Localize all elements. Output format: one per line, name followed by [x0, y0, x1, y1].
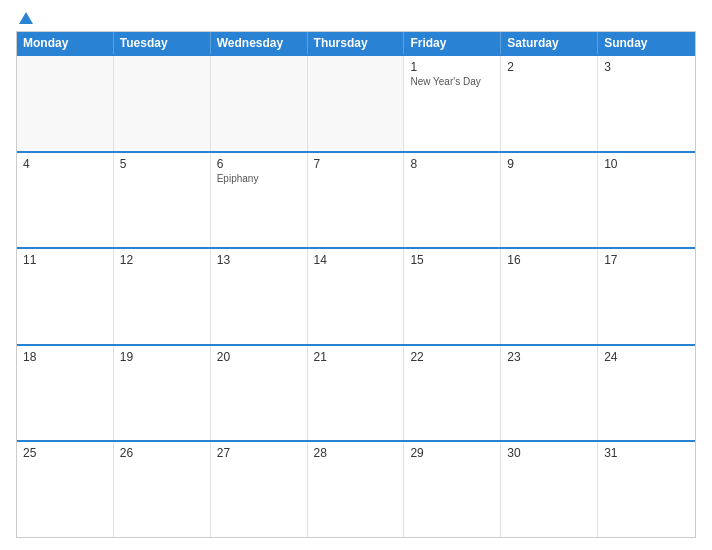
day-number: 28 [314, 446, 398, 460]
day-number: 5 [120, 157, 204, 171]
day-number: 12 [120, 253, 204, 267]
day-number: 27 [217, 446, 301, 460]
week-row-5: 25262728293031 [17, 440, 695, 537]
week-row-4: 18192021222324 [17, 344, 695, 441]
day-cell [114, 56, 211, 151]
day-number: 10 [604, 157, 689, 171]
holiday-label: New Year's Day [410, 76, 494, 87]
day-cell: 9 [501, 153, 598, 248]
day-number: 19 [120, 350, 204, 364]
day-number: 25 [23, 446, 107, 460]
logo-blue-text [16, 12, 33, 25]
day-number: 15 [410, 253, 494, 267]
day-cell: 26 [114, 442, 211, 537]
day-header-friday: Friday [404, 32, 501, 54]
logo-triangle-icon [19, 12, 33, 24]
day-cell: 30 [501, 442, 598, 537]
day-number: 9 [507, 157, 591, 171]
day-number: 1 [410, 60, 494, 74]
day-cell: 1New Year's Day [404, 56, 501, 151]
day-cell: 13 [211, 249, 308, 344]
day-header-tuesday: Tuesday [114, 32, 211, 54]
day-cell: 28 [308, 442, 405, 537]
day-cell: 21 [308, 346, 405, 441]
day-number: 26 [120, 446, 204, 460]
day-number: 2 [507, 60, 591, 74]
day-number: 22 [410, 350, 494, 364]
day-number: 29 [410, 446, 494, 460]
day-cell: 12 [114, 249, 211, 344]
day-header-monday: Monday [17, 32, 114, 54]
day-cell: 24 [598, 346, 695, 441]
day-cell: 11 [17, 249, 114, 344]
day-cell: 2 [501, 56, 598, 151]
day-cell: 20 [211, 346, 308, 441]
day-cell [308, 56, 405, 151]
day-cell: 4 [17, 153, 114, 248]
day-number: 7 [314, 157, 398, 171]
day-cell: 15 [404, 249, 501, 344]
day-number: 11 [23, 253, 107, 267]
day-number: 6 [217, 157, 301, 171]
day-number: 14 [314, 253, 398, 267]
day-cell: 16 [501, 249, 598, 344]
day-cell: 25 [17, 442, 114, 537]
calendar-page: MondayTuesdayWednesdayThursdayFridaySatu… [0, 0, 712, 550]
day-header-sunday: Sunday [598, 32, 695, 54]
week-row-1: 1New Year's Day23 [17, 54, 695, 151]
day-number: 21 [314, 350, 398, 364]
day-cell: 7 [308, 153, 405, 248]
day-number: 17 [604, 253, 689, 267]
day-cell: 18 [17, 346, 114, 441]
page-header [16, 12, 696, 25]
day-header-thursday: Thursday [308, 32, 405, 54]
day-number: 31 [604, 446, 689, 460]
week-row-2: 456Epiphany78910 [17, 151, 695, 248]
day-cell: 8 [404, 153, 501, 248]
day-cell [17, 56, 114, 151]
day-number: 4 [23, 157, 107, 171]
day-cell: 6Epiphany [211, 153, 308, 248]
day-number: 20 [217, 350, 301, 364]
day-cell: 19 [114, 346, 211, 441]
day-cell [211, 56, 308, 151]
day-cell: 5 [114, 153, 211, 248]
day-cell: 27 [211, 442, 308, 537]
calendar-grid: MondayTuesdayWednesdayThursdayFridaySatu… [16, 31, 696, 538]
day-cell: 17 [598, 249, 695, 344]
day-number: 24 [604, 350, 689, 364]
day-cell: 3 [598, 56, 695, 151]
day-number: 13 [217, 253, 301, 267]
day-headers-row: MondayTuesdayWednesdayThursdayFridaySatu… [17, 32, 695, 54]
day-cell: 31 [598, 442, 695, 537]
day-number: 16 [507, 253, 591, 267]
week-row-3: 11121314151617 [17, 247, 695, 344]
day-header-wednesday: Wednesday [211, 32, 308, 54]
weeks-container: 1New Year's Day23456Epiphany789101112131… [17, 54, 695, 537]
day-number: 18 [23, 350, 107, 364]
day-cell: 14 [308, 249, 405, 344]
day-cell: 23 [501, 346, 598, 441]
day-header-saturday: Saturday [501, 32, 598, 54]
day-cell: 29 [404, 442, 501, 537]
day-cell: 10 [598, 153, 695, 248]
day-cell: 22 [404, 346, 501, 441]
day-number: 23 [507, 350, 591, 364]
holiday-label: Epiphany [217, 173, 301, 184]
day-number: 3 [604, 60, 689, 74]
day-number: 8 [410, 157, 494, 171]
day-number: 30 [507, 446, 591, 460]
logo [16, 12, 33, 25]
